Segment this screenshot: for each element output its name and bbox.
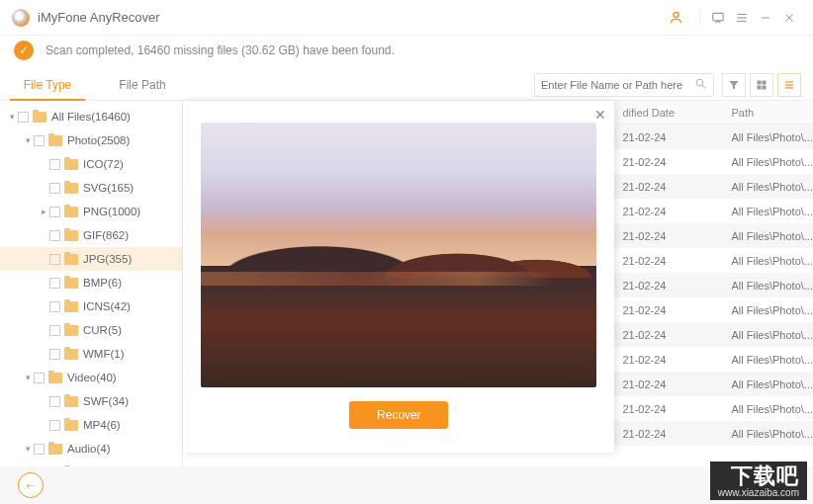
- twisty-icon[interactable]: ▸: [38, 207, 49, 216]
- filter-icon[interactable]: [722, 73, 746, 97]
- tab-file-type[interactable]: File Type: [0, 69, 95, 100]
- tree-label: SVG(165): [83, 182, 134, 194]
- menu-icon[interactable]: [730, 6, 754, 30]
- tree-label: ICO(72): [83, 158, 124, 170]
- cell-date: 21-02-24: [614, 304, 723, 316]
- checkbox[interactable]: [49, 325, 60, 336]
- col-date[interactable]: dified Date: [614, 107, 723, 119]
- cell-path: All Files\Photo\...: [723, 206, 813, 217]
- tree-item[interactable]: JPG(355): [0, 247, 182, 271]
- watermark-text: 下载吧: [718, 465, 799, 487]
- cell-path: All Files\Photo\...: [723, 156, 813, 168]
- list-view-icon[interactable]: [777, 73, 801, 97]
- twisty-icon[interactable]: ▾: [22, 373, 34, 382]
- search-box[interactable]: [534, 73, 714, 97]
- cell-date: 21-02-24: [614, 428, 723, 440]
- cell-date: 21-02-24: [614, 131, 723, 143]
- search-icon[interactable]: [694, 77, 707, 93]
- tree-label: JPG(355): [83, 253, 132, 265]
- feedback-icon[interactable]: [706, 6, 730, 30]
- tree-item[interactable]: ▸PNG(1000): [0, 200, 182, 223]
- status-text: Scan completed, 16460 missing files (30.…: [45, 43, 395, 57]
- checkbox[interactable]: [34, 444, 45, 455]
- cell-path: All Files\Photo\...: [723, 230, 813, 242]
- checkbox[interactable]: [49, 230, 60, 241]
- tree-item[interactable]: ▾All Files(16460): [0, 105, 182, 128]
- cell-path: All Files\Photo\...: [723, 329, 813, 341]
- checkbox[interactable]: [49, 207, 60, 217]
- tree-item[interactable]: SVG(165): [0, 176, 182, 200]
- cell-date: 21-02-24: [614, 378, 723, 390]
- back-button[interactable]: ←: [18, 472, 44, 498]
- svg-rect-1: [713, 13, 724, 21]
- folder-icon: [64, 230, 78, 241]
- checkbox[interactable]: [49, 301, 60, 312]
- tab-file-path[interactable]: File Path: [95, 69, 190, 100]
- status-bar: ✓ Scan completed, 16460 missing files (3…: [0, 36, 813, 65]
- preview-image: [201, 123, 596, 387]
- folder-icon: [64, 278, 78, 289]
- minimize-icon[interactable]: [754, 6, 777, 30]
- checkbox[interactable]: [49, 278, 60, 289]
- svg-rect-12: [758, 85, 762, 89]
- close-preview-icon[interactable]: ✕: [594, 107, 606, 123]
- checkbox[interactable]: [18, 112, 29, 123]
- tree-label: Audio(4): [67, 443, 110, 455]
- tree-item[interactable]: MP4(6): [0, 413, 182, 437]
- check-icon: ✓: [14, 41, 34, 60]
- twisty-icon[interactable]: ▾: [22, 444, 34, 454]
- checkbox[interactable]: [49, 349, 60, 360]
- tree-item[interactable]: ICNS(42): [0, 294, 182, 318]
- folder-icon: [48, 373, 62, 383]
- file-tree: ▾All Files(16460)▾Photo(2508)ICO(72)SVG(…: [0, 101, 183, 470]
- twisty-icon[interactable]: ▾: [22, 135, 34, 145]
- tree-label: PNG(1000): [83, 206, 140, 217]
- grid-view-icon[interactable]: [750, 73, 773, 97]
- svg-point-8: [696, 79, 703, 86]
- checkbox[interactable]: [49, 183, 60, 194]
- watermark-url: www.xiazaiba.com: [718, 487, 799, 498]
- checkbox[interactable]: [49, 420, 60, 431]
- folder-icon: [64, 349, 78, 360]
- tree-item[interactable]: CUR(5): [0, 318, 182, 342]
- toolbar: File Type File Path: [0, 69, 813, 101]
- cell-date: 21-02-24: [614, 329, 723, 341]
- app-title: iMyFone AnyRecover: [38, 10, 664, 25]
- svg-line-9: [702, 85, 705, 88]
- tree-label: BMP(6): [83, 277, 122, 289]
- twisty-icon[interactable]: ▾: [6, 112, 18, 122]
- bottom-bar: ←: [0, 466, 813, 504]
- app-logo-icon: [12, 9, 30, 27]
- svg-rect-10: [758, 80, 762, 84]
- folder-icon: [64, 254, 78, 265]
- tree-label: MP4(6): [83, 419, 121, 431]
- tree-item[interactable]: ICO(72): [0, 152, 182, 176]
- close-icon[interactable]: [777, 6, 801, 30]
- tree-item[interactable]: GIF(862): [0, 223, 182, 247]
- folder-icon: [64, 396, 78, 407]
- cell-path: All Files\Photo\...: [723, 304, 813, 316]
- search-input[interactable]: [541, 79, 694, 91]
- checkbox[interactable]: [34, 373, 45, 383]
- cell-path: All Files\Photo\...: [723, 181, 813, 193]
- checkbox[interactable]: [49, 396, 60, 407]
- checkbox[interactable]: [34, 135, 45, 146]
- titlebar: iMyFone AnyRecover: [0, 0, 813, 36]
- tree-item[interactable]: ▾Photo(2508): [0, 128, 182, 152]
- tree-item[interactable]: ▾Video(40): [0, 366, 182, 389]
- cell-path: All Files\Photo\...: [723, 131, 813, 143]
- tree-label: GIF(862): [83, 229, 129, 241]
- tree-item[interactable]: WMF(1): [0, 342, 182, 366]
- recover-button[interactable]: Recover: [349, 401, 448, 429]
- tree-item[interactable]: BMP(6): [0, 271, 182, 294]
- user-icon[interactable]: [664, 6, 687, 30]
- tree-item[interactable]: SWF(34): [0, 389, 182, 413]
- tree-label: WMF(1): [83, 348, 125, 360]
- cell-path: All Files\Photo\...: [723, 403, 813, 415]
- cell-path: All Files\Photo\...: [723, 255, 813, 267]
- cell-date: 21-02-24: [614, 230, 723, 242]
- col-path[interactable]: Path: [723, 107, 813, 119]
- checkbox[interactable]: [49, 159, 60, 170]
- tree-item[interactable]: ▾Audio(4): [0, 437, 182, 461]
- checkbox[interactable]: [49, 254, 60, 265]
